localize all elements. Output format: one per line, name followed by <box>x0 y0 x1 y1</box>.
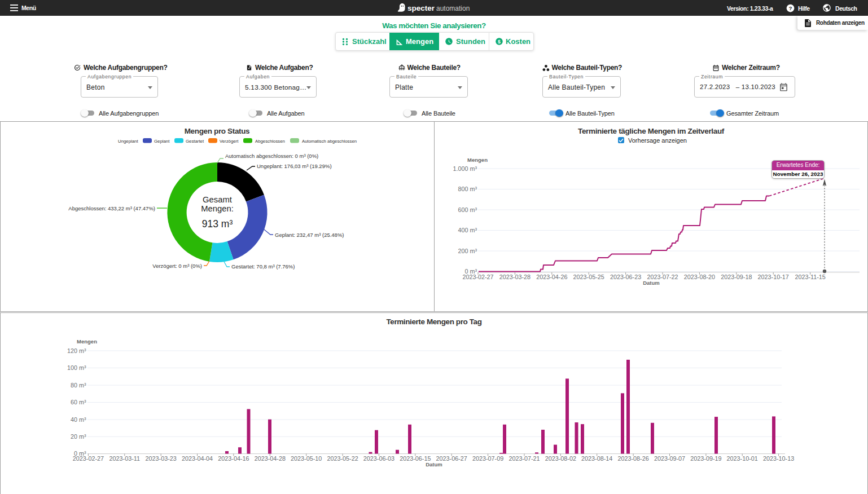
svg-text:2023-10-13: 2023-10-13 <box>763 455 794 462</box>
svg-text:Automatisch abgeschlossen: 0 m: Automatisch abgeschlossen: 0 m³ (0%) <box>225 153 318 159</box>
svg-text:40 m³: 40 m³ <box>71 416 86 423</box>
svg-text:2023-10-17: 2023-10-17 <box>758 274 789 280</box>
svg-text:600 m³: 600 m³ <box>458 206 477 213</box>
svg-text:2023-09-18: 2023-09-18 <box>721 274 752 280</box>
svg-text:2023-03-23: 2023-03-23 <box>146 455 177 462</box>
svg-text:2023-08-20: 2023-08-20 <box>684 274 715 280</box>
svg-text:2023-08-14: 2023-08-14 <box>581 455 612 462</box>
svg-text:Verzögert: Verzögert <box>220 139 239 144</box>
svg-text:1.000 m³: 1.000 m³ <box>453 165 477 172</box>
svg-text:80 m³: 80 m³ <box>71 382 86 389</box>
svg-text:2023-08-02: 2023-08-02 <box>545 455 576 462</box>
svg-text:Verzögert: 0 m³ (0%): Verzögert: 0 m³ (0%) <box>152 263 202 269</box>
svg-text:Datum: Datum <box>643 280 660 286</box>
svg-text:2023-07-21: 2023-07-21 <box>508 455 540 462</box>
svg-text:120 m³: 120 m³ <box>67 347 86 354</box>
svg-text:2023-03-28: 2023-03-28 <box>499 274 531 280</box>
svg-text:2023-02-27: 2023-02-27 <box>462 274 493 280</box>
svg-text:2023-09-07: 2023-09-07 <box>654 455 685 462</box>
svg-text:800 m³: 800 m³ <box>458 186 477 192</box>
svg-text:2023-06-03: 2023-06-03 <box>363 455 394 462</box>
svg-text:200 m³: 200 m³ <box>458 248 477 254</box>
svg-text:2023-04-28: 2023-04-28 <box>255 455 286 462</box>
svg-text:2023-04-16: 2023-04-16 <box>218 455 249 462</box>
svg-text:2023-07-09: 2023-07-09 <box>472 455 503 462</box>
svg-text:Abgeschlossen: 433,22 m³ (47.4: Abgeschlossen: 433,22 m³ (47.47%) <box>68 205 155 211</box>
svg-text:Abgeschlossen: Abgeschlossen <box>255 139 285 144</box>
svg-text:Ungeplant: 176,03 m³ (19.29%): Ungeplant: 176,03 m³ (19.29%) <box>257 163 332 169</box>
svg-text:20 m³: 20 m³ <box>71 433 86 440</box>
svg-text:2023-06-23: 2023-06-23 <box>610 274 641 280</box>
svg-text:400 m³: 400 m³ <box>458 227 477 233</box>
svg-text:Gestartet: Gestartet <box>186 139 204 144</box>
svg-text:Mengen: Mengen <box>467 157 488 163</box>
svg-text:Gestartet: 70,8 m³ (7.76%): Gestartet: 70,8 m³ (7.76%) <box>231 263 295 270</box>
svg-text:2023-10-01: 2023-10-01 <box>727 455 758 462</box>
svg-text:2023-05-25: 2023-05-25 <box>573 274 604 280</box>
svg-text:Geplant: Geplant <box>154 139 170 144</box>
svg-text:2023-05-22: 2023-05-22 <box>327 455 358 462</box>
svg-text:2023-09-19: 2023-09-19 <box>690 455 721 462</box>
svg-text:60 m³: 60 m³ <box>71 399 86 405</box>
svg-text:Geplant: 232,47 m³ (25.48%): Geplant: 232,47 m³ (25.48%) <box>275 232 344 238</box>
svg-text:Mengen: Mengen <box>77 338 97 345</box>
svg-text:2023-02-27: 2023-02-27 <box>73 455 104 462</box>
svg-text:2023-11-15: 2023-11-15 <box>795 274 825 280</box>
svg-text:2023-04-26: 2023-04-26 <box>536 274 567 280</box>
svg-text:2023-04-04: 2023-04-04 <box>182 455 213 462</box>
svg-text:2023-05-10: 2023-05-10 <box>291 455 322 462</box>
svg-text:Ungeplant: Ungeplant <box>118 139 138 144</box>
svg-text:Automatisch abgeschlossen: Automatisch abgeschlossen <box>302 139 357 144</box>
svg-text:100 m³: 100 m³ <box>67 364 86 371</box>
svg-text:2023-08-26: 2023-08-26 <box>617 455 648 462</box>
svg-text:2023-03-11: 2023-03-11 <box>109 455 140 462</box>
svg-text:Datum: Datum <box>426 461 442 467</box>
